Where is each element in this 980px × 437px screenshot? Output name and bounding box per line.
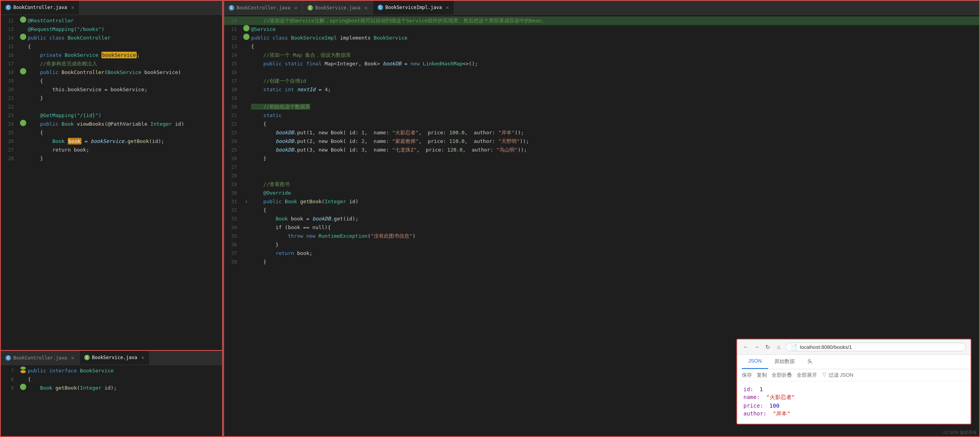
code-line: 37 return book; (224, 249, 979, 258)
tab-close-r3[interactable]: × (446, 4, 449, 11)
browser-panel: ← → ↻ ⌂ 📄 localhost:8080/books/1 JSON 原始… (736, 339, 971, 424)
code-line: 23 @GetMapping("/{id}") (1, 111, 222, 120)
main-layout: C BookController.java × 12 @RestControll… (0, 0, 980, 437)
json-row-id: id: 1 (743, 386, 964, 392)
code-line: 7 public interface BookService (1, 367, 222, 375)
tab-bookcontroller-top[interactable]: C BookController.java × (1, 1, 80, 14)
gutter-icon (20, 68, 26, 74)
browser-home-button[interactable]: ⌂ (775, 343, 783, 351)
tab-icon-c2: C (5, 355, 11, 361)
browser-tab-raw[interactable]: 原始数据 (768, 355, 801, 369)
code-line: 21 } (1, 94, 222, 103)
tab-label-3: BookService.java (92, 355, 137, 360)
top-left-editor: C BookController.java × 12 @RestControll… (0, 0, 223, 351)
tab-bookserviceimpl[interactable]: C BookServiceImpl.java × (373, 1, 454, 14)
browser-refresh-button[interactable]: ↻ (764, 343, 772, 351)
code-line: 34 if (book == null){ (224, 223, 979, 232)
copy-button[interactable]: 复制 (757, 372, 767, 379)
arrow-icon: ↑ (245, 197, 248, 206)
code-line: 20 //初始化这个数据库 (224, 103, 979, 111)
json-val-author: "岸本" (773, 410, 790, 417)
code-line: 25 { (1, 128, 222, 137)
browser-forward-button[interactable]: → (753, 343, 761, 351)
gutter-icon (20, 16, 26, 23)
code-line: 18 static int nextId = 4; (224, 85, 979, 94)
code-line: 24 bookDB.put(2, new Book( id: 2, name: … (224, 137, 979, 146)
tab-icon-c3: C (229, 5, 234, 11)
json-val-name: "火影忍者" (766, 394, 795, 401)
gutter-icon (243, 25, 250, 31)
browser-tab-bar: JSON 原始数据 头 (737, 355, 971, 369)
tab-close-3[interactable]: × (141, 354, 144, 361)
top-left-tab-bar: C BookController.java × (1, 1, 222, 15)
address-bar[interactable]: 📄 localhost:8080/books/1 (786, 343, 966, 351)
code-line: 13 @RequestMapping("/books") (1, 25, 222, 34)
code-line: 35 throw new RuntimeException("没有此图书信息") (224, 232, 979, 240)
code-line: 22 (1, 103, 222, 111)
right-panel: C BookController.java × I BookService.ja… (223, 0, 980, 437)
json-content: id: 1 name: "火影忍者" price: 100 author: "岸… (737, 381, 971, 424)
tab-close-r2[interactable]: × (364, 5, 367, 11)
browser-tab-headers[interactable]: 头 (801, 355, 819, 369)
tab-icon-c: C (5, 5, 11, 10)
code-line: 17 //有参构造完成依赖注入 (1, 60, 222, 68)
code-line: 11 @Service (224, 25, 979, 34)
browser-toolbar: 保存 复制 全部折叠 全部展开 ▽ 过滤 JSON (737, 369, 971, 381)
code-line: 32 { (224, 206, 979, 215)
code-line: 26 Book book = bookService.getBook(id); (1, 137, 222, 146)
json-row-author: author: "岸本" (743, 410, 964, 417)
code-line: 33 Book book = bookDB.get(id); (224, 215, 979, 223)
code-line: 19 { (1, 77, 222, 85)
json-key-author: author: (743, 410, 767, 417)
json-key-name: name: (743, 394, 760, 401)
tab-bookcontroller-right[interactable]: C BookController.java × (224, 1, 303, 14)
expand-all-button[interactable]: 全部展开 (797, 372, 817, 379)
tab-label: BookController.java (13, 5, 67, 10)
code-line: 9 Book getBook(Integer id); (1, 384, 222, 392)
code-area-bottom-left[interactable]: 7 public interface BookService 8 { 9 (1, 365, 222, 436)
code-line: 20 this.bookService = bookService; (1, 85, 222, 94)
tab-icon-c4: C (378, 5, 383, 10)
code-line: 19 (224, 94, 979, 103)
browser-back-button[interactable]: ← (742, 343, 750, 351)
gutter-icon-2 (20, 370, 26, 373)
code-line: 14 public class BookController (1, 34, 222, 42)
left-panel: C BookController.java × 12 @RestControll… (0, 0, 223, 437)
collapse-all-button[interactable]: 全部折叠 (772, 372, 792, 379)
code-line: 17 //创建一个自增id (224, 77, 979, 85)
tab-close[interactable]: × (71, 4, 74, 11)
bottom-left-tab-bar: C BookController.java × I BookService.ja… (1, 351, 222, 365)
code-line: 16 private BookService bookService; (1, 51, 222, 60)
save-button[interactable]: 保存 (742, 372, 752, 379)
json-key-price: price: (743, 403, 763, 409)
code-line: 18 public BookController(BookService boo… (1, 68, 222, 77)
tab-icon-i: I (84, 355, 90, 360)
code-line: 15 { (1, 42, 222, 51)
tab-bookcontroller-bottom[interactable]: C BookController.java × (1, 351, 80, 365)
tab-label-2: BookController.java (13, 355, 67, 361)
code-area-top-left[interactable]: 12 @RestController 13 @RequestMapping("/… (1, 15, 222, 350)
browser-header: ← → ↻ ⌂ 📄 localhost:8080/books/1 (737, 339, 971, 355)
json-row-name: name: "火影忍者" (743, 394, 964, 401)
code-line: 24 public Book viewBooks(@PathVariable I… (1, 120, 222, 128)
tab-close-r1[interactable]: × (294, 5, 297, 11)
code-line: 30 @Override (224, 189, 979, 197)
code-line: 28 (224, 172, 979, 180)
json-val-id: 1 (759, 386, 763, 392)
gutter-icon (243, 34, 250, 40)
tab-icon-i2: I (307, 5, 313, 11)
right-tab-bar: C BookController.java × I BookService.ja… (224, 1, 979, 15)
tab-close-2[interactable]: × (71, 355, 74, 361)
filter-json-button[interactable]: ▽ 过滤 JSON (822, 372, 853, 379)
gutter-icon (20, 367, 26, 370)
tab-bookservice-right[interactable]: I BookService.java × (303, 1, 373, 14)
code-line: 36 } (224, 240, 979, 249)
gutter-icon (20, 120, 26, 126)
code-line: 14 //添加一个 Map 集合，假设为数据库 (224, 51, 979, 60)
tab-label-r3: BookServiceImpl.java (385, 5, 442, 10)
url-text: localhost:8080/books/1 (800, 344, 852, 350)
browser-tab-json[interactable]: JSON (742, 355, 768, 369)
code-line: 21 static (224, 111, 979, 120)
bottom-left-editor: C BookController.java × I BookService.ja… (0, 351, 223, 437)
tab-bookservice[interactable]: I BookService.java × (80, 351, 150, 365)
